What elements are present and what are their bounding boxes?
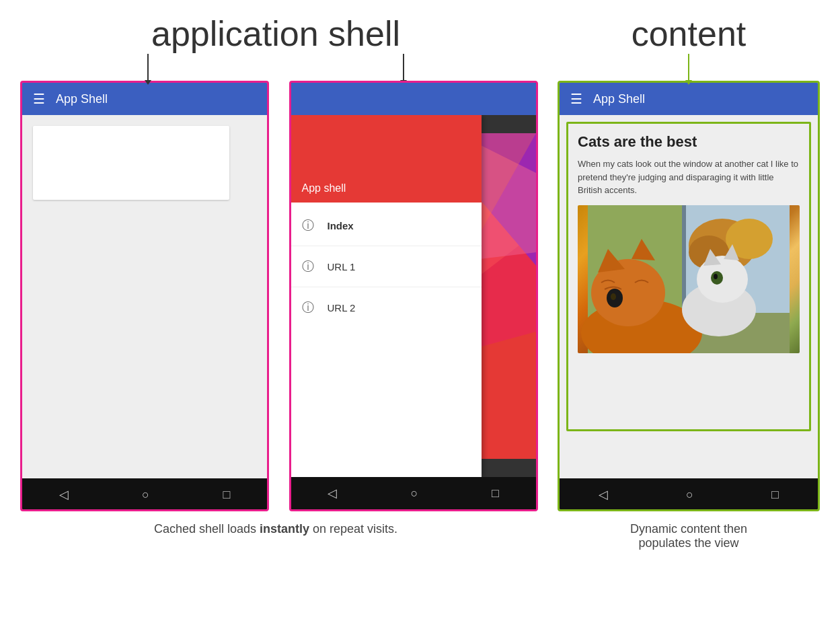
phone3-nav: ◁ ○ □ — [560, 478, 818, 511]
phone3-body: Cats are the best When my cats look out … — [560, 115, 818, 478]
content-label: content — [632, 13, 747, 54]
phone3-title: App Shell — [593, 92, 645, 106]
caption-right-line2: populates the view — [638, 536, 738, 550]
bottom-row: Cached shell loads instantly on repeat v… — [20, 522, 820, 550]
recents-icon-3: □ — [771, 488, 779, 502]
content-header-group: content — [558, 13, 820, 81]
header-row: application shell content — [20, 13, 820, 81]
two-arrows — [20, 54, 531, 81]
phone1-title: App Shell — [56, 92, 108, 106]
caption-bold: instantly — [260, 522, 309, 536]
home-icon-2: ○ — [411, 486, 418, 501]
content-title: Cats are the best — [578, 133, 800, 151]
recents-icon-2: □ — [492, 486, 499, 501]
phone-2: App shell ⓘ Index ⓘ URL 1 — [289, 81, 538, 511]
drawer-item-index-label: Index — [328, 220, 354, 231]
caption-right-line1: Dynamic content then — [630, 522, 747, 536]
home-icon-3: ○ — [686, 488, 693, 502]
cat-image — [578, 205, 800, 353]
info-icon-index: ⓘ — [302, 217, 314, 233]
phones-row: ☰ App Shell ◁ ○ □ — [20, 81, 820, 511]
info-icon-url1: ⓘ — [302, 258, 314, 275]
drawer-item-index[interactable]: ⓘ Index — [291, 208, 482, 243]
drawer-item-url1[interactable]: ⓘ URL 1 — [291, 249, 482, 284]
cat-svg — [578, 205, 800, 353]
phone2-content-area: App shell ⓘ Index ⓘ URL 1 — [291, 115, 536, 477]
drawer-item-url1-label: URL 1 — [328, 261, 356, 272]
back-icon-3: ◁ — [599, 487, 608, 502]
hamburger-icon-1: ☰ — [33, 92, 45, 106]
caption-left: Cached shell loads instantly on repeat v… — [20, 522, 531, 536]
recents-icon-1: □ — [223, 488, 230, 502]
drawer-item-url2[interactable]: ⓘ URL 2 — [291, 290, 482, 325]
phone2-drawer: App shell ⓘ Index ⓘ URL 1 — [291, 115, 482, 477]
drawer-header: App shell — [291, 115, 482, 203]
content-body: When my cats look out the window at anot… — [578, 157, 800, 197]
drawer-divider-2 — [291, 287, 482, 287]
phone-1: ☰ App Shell ◁ ○ □ — [20, 81, 269, 511]
back-icon-1: ◁ — [59, 487, 69, 502]
phone1-card — [33, 126, 229, 200]
app-shell-label: application shell — [151, 13, 400, 54]
hamburger-icon-3: ☰ — [570, 92, 582, 106]
drawer-item-url2-label: URL 2 — [328, 302, 356, 314]
arrow-to-phone2 — [403, 54, 404, 81]
drawer-divider-1 — [291, 246, 482, 246]
phone1-nav: ◁ ○ □ — [22, 478, 267, 511]
phone1-app-bar: ☰ App Shell — [22, 83, 267, 115]
caption-right: Dynamic content then populates the view — [558, 522, 820, 550]
phone1-body — [22, 115, 267, 478]
main-layout: application shell content ☰ App Shell — [20, 13, 820, 550]
arrow-to-phone3 — [688, 54, 689, 81]
svg-point-22 — [611, 293, 616, 300]
back-icon-2: ◁ — [328, 486, 337, 501]
home-icon-1: ○ — [142, 488, 149, 502]
phone2-app-bar — [291, 83, 536, 115]
drawer-header-text: App shell — [302, 182, 346, 194]
phone-3: ☰ App Shell Cats are the best When my ca… — [558, 81, 820, 511]
drawer-items: ⓘ Index ⓘ URL 1 ⓘ URL 2 — [291, 203, 482, 477]
info-icon-url2: ⓘ — [302, 299, 314, 316]
phone3-app-bar: ☰ App Shell — [560, 83, 818, 115]
svg-point-28 — [714, 274, 718, 279]
app-shell-header-group: application shell — [20, 13, 531, 81]
content-green-box: Cats are the best When my cats look out … — [566, 122, 811, 431]
phone2-nav: ◁ ○ □ — [291, 477, 536, 509]
arrow-to-phone1 — [147, 54, 149, 81]
